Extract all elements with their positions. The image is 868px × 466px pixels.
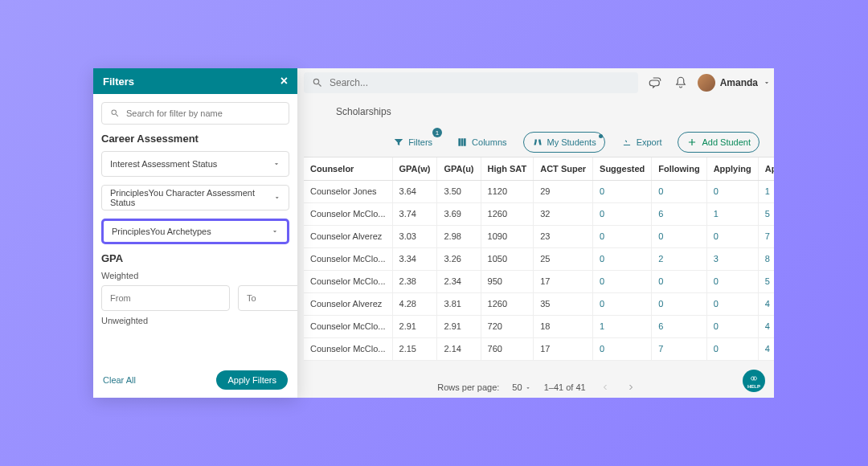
table-cell: Counselor Jones	[304, 180, 392, 202]
principlesyou-character-status-dropdown[interactable]: PrinciplesYou Character Assessment Statu…	[101, 185, 289, 211]
filter-search[interactable]	[101, 102, 289, 125]
table-cell[interactable]: 0	[652, 180, 706, 202]
table-cell: 2.34	[437, 270, 481, 292]
column-header[interactable]: Applied	[758, 157, 774, 180]
table-cell[interactable]: 0	[706, 270, 758, 292]
chevron-down-icon	[272, 160, 280, 168]
bell-icon[interactable]	[672, 74, 690, 92]
table-cell: 4.28	[392, 292, 437, 315]
table-cell: 18	[534, 315, 593, 337]
help-fab[interactable]: HELP	[743, 370, 765, 392]
filters-badge: 1	[432, 128, 442, 137]
table-cell: 1120	[481, 180, 534, 202]
rows-per-page-select[interactable]: 50	[512, 382, 530, 392]
column-header[interactable]: Following	[652, 157, 706, 180]
table-cell[interactable]: 6	[652, 202, 706, 225]
table-cell: 2.98	[437, 225, 481, 247]
tab-scholarships[interactable]: Scholarships	[336, 106, 391, 117]
students-table-wrap: CounselorGPA(w)GPA(u)High SATACT SuperSu…	[304, 157, 774, 361]
table-cell: 2.15	[392, 337, 437, 360]
table-row[interactable]: Counselor Alverez3.032.9810902300075 yea…	[304, 225, 774, 247]
column-header[interactable]: Applying	[706, 157, 758, 180]
table-row[interactable]: Counselor Jones3.643.5011202900015 years…	[304, 180, 774, 202]
table-row[interactable]: Counselor McClo...2.912.917201816043 yea…	[304, 315, 774, 337]
table-cell[interactable]: 0	[706, 180, 758, 202]
table-cell: 3.74	[392, 202, 437, 225]
interest-assessment-status-dropdown[interactable]: Interest Assessment Status	[101, 151, 289, 177]
table-cell: 35	[534, 292, 593, 315]
filter-search-input[interactable]	[126, 108, 280, 118]
add-student-button[interactable]: Add Student	[678, 132, 760, 153]
prev-page[interactable]	[599, 381, 612, 394]
my-students-button[interactable]: My Students	[523, 132, 605, 153]
table-cell[interactable]: 0	[593, 337, 652, 360]
table-cell[interactable]: 0	[593, 202, 652, 225]
table-cell[interactable]: 0	[593, 225, 652, 247]
table-cell[interactable]: 4	[758, 292, 774, 315]
table-cell[interactable]: 8	[758, 247, 774, 270]
next-page[interactable]	[624, 381, 637, 394]
table-cell[interactable]: 0	[652, 270, 706, 292]
column-header[interactable]: Counselor	[304, 157, 392, 180]
tabs-row: Scholarships	[304, 103, 771, 121]
weighted-to-input[interactable]	[238, 285, 297, 311]
table-row[interactable]: Counselor McClo...3.343.2610502502385 ye…	[304, 247, 774, 270]
table-cell: 1260	[481, 292, 534, 315]
table-cell[interactable]: 0	[706, 225, 758, 247]
table-cell[interactable]: 1	[593, 315, 652, 337]
table-cell: 2.38	[392, 270, 437, 292]
table-cell[interactable]: 0	[706, 315, 758, 337]
table-cell: 3.50	[437, 180, 481, 202]
table-cell[interactable]: 0	[652, 292, 706, 315]
column-header[interactable]: ACT Super	[534, 157, 593, 180]
table-cell[interactable]: 7	[758, 225, 774, 247]
table-cell[interactable]: 0	[652, 225, 706, 247]
search-input[interactable]	[330, 77, 630, 88]
table-row[interactable]: Counselor McClo...3.743.6912603206155 ye…	[304, 202, 774, 225]
table-row[interactable]: Counselor McClo...2.152.147601707045 yea…	[304, 337, 774, 360]
apply-filters-button[interactable]: Apply Filters	[216, 370, 288, 390]
column-header[interactable]: GPA(u)	[437, 157, 481, 180]
principlesyou-archetypes-dropdown[interactable]: PrinciplesYou Archetypes	[101, 219, 289, 244]
table-cell[interactable]: 0	[706, 292, 758, 315]
table-cell[interactable]: 0	[593, 247, 652, 270]
table-cell[interactable]: 0	[593, 292, 652, 315]
table-cell: Counselor McClo...	[304, 202, 392, 225]
table-cell[interactable]: 4	[758, 315, 774, 337]
table-cell: Counselor McClo...	[304, 247, 392, 270]
table-cell: 29	[534, 180, 593, 202]
table-cell[interactable]: 2	[652, 247, 706, 270]
table-row[interactable]: Counselor Alverez4.283.8112603500045 yea…	[304, 292, 774, 315]
search-box[interactable]	[304, 72, 638, 93]
clear-all-button[interactable]: Clear All	[103, 375, 136, 385]
table-cell[interactable]: 0	[706, 337, 758, 360]
plus-icon	[686, 137, 698, 148]
search-icon	[110, 108, 120, 118]
close-icon[interactable]: ×	[280, 74, 288, 88]
table-cell[interactable]: 7	[652, 337, 706, 360]
table-cell[interactable]: 0	[593, 270, 652, 292]
table-cell: 3.34	[392, 247, 437, 270]
download-icon	[621, 137, 633, 148]
table-cell[interactable]: 6	[652, 315, 706, 337]
messages-icon[interactable]	[646, 74, 664, 92]
user-menu[interactable]: Amanda	[698, 74, 771, 92]
table-cell[interactable]: 5	[758, 270, 774, 292]
column-header[interactable]: Suggested	[593, 157, 652, 180]
table-cell[interactable]: 5	[758, 202, 774, 225]
table-cell[interactable]: 0	[593, 180, 652, 202]
table-cell[interactable]: 4	[758, 337, 774, 360]
column-header[interactable]: GPA(w)	[392, 157, 437, 180]
columns-button[interactable]: Columns	[448, 132, 514, 153]
filters-title: Filters	[103, 76, 134, 88]
filters-button[interactable]: Filters 1	[385, 132, 440, 153]
table-cell[interactable]: 1	[758, 180, 774, 202]
column-header[interactable]: High SAT	[481, 157, 534, 180]
weighted-from-input[interactable]	[101, 285, 230, 311]
export-button[interactable]: Export	[613, 132, 670, 153]
table-cell[interactable]: 1	[706, 202, 758, 225]
table-cell: 1050	[481, 247, 534, 270]
filter-icon	[393, 137, 404, 148]
table-cell[interactable]: 3	[706, 247, 758, 270]
table-row[interactable]: Counselor McClo...2.382.349501700055 yea…	[304, 270, 774, 292]
